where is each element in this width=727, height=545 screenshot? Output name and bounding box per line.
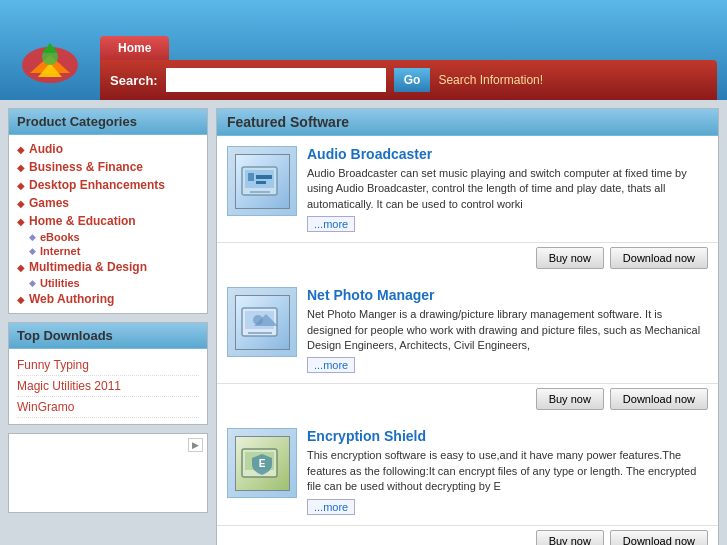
net-photo-manager-thumb xyxy=(227,287,297,357)
cat-ebooks-link[interactable]: eBooks xyxy=(40,231,80,243)
cat-multimedia-link[interactable]: Multimedia & Design xyxy=(29,260,147,274)
header: Home Search: Go Search Information! xyxy=(0,0,727,100)
net-photo-manager-more[interactable]: ...more xyxy=(307,357,355,373)
thumb-box xyxy=(235,154,290,209)
cat-business: ◆ Business & Finance xyxy=(9,158,207,176)
encryption-shield-thumb: E xyxy=(227,428,297,498)
header-right: Home Search: Go Search Information! xyxy=(100,36,717,100)
top-dl-wingramo[interactable]: WinGramo xyxy=(17,397,199,418)
cat-internet: ◆ Internet xyxy=(9,244,207,258)
sub-bullet-icon: ◆ xyxy=(29,232,36,242)
categories-title: Product Categories xyxy=(9,109,207,135)
top-dl-funny-typing[interactable]: Funny Typing xyxy=(17,355,199,376)
bullet-icon: ◆ xyxy=(17,162,25,173)
search-input[interactable] xyxy=(166,68,386,92)
top-downloads-section: Top Downloads Funny Typing Magic Utiliti… xyxy=(8,322,208,425)
thumb-box xyxy=(235,295,290,350)
encryption-shield-info: Encryption Shield This encryption softwa… xyxy=(307,428,708,514)
search-info-link[interactable]: Search Information! xyxy=(438,73,543,87)
cat-multimedia: ◆ Multimedia & Design xyxy=(9,258,207,276)
featured-item-2: E Encryption Shield This encryption soft… xyxy=(217,418,718,545)
bullet-icon: ◆ xyxy=(17,294,25,305)
search-bar: Search: Go Search Information! xyxy=(100,60,717,100)
sidebar-ad: ▶ xyxy=(8,433,208,513)
software-item-netphoto: Net Photo Manager Net Photo Manger is a … xyxy=(217,277,718,384)
sidebar: Product Categories ◆ Audio ◆ Business & … xyxy=(8,108,208,545)
encryption-actions: Buy now Download now xyxy=(217,526,718,545)
svg-rect-9 xyxy=(256,181,266,184)
cat-web-authoring: ◆ Web Authoring xyxy=(9,290,207,308)
svg-rect-7 xyxy=(248,173,254,181)
audio-buy-button[interactable]: Buy now xyxy=(536,247,604,269)
net-photo-actions: Buy now Download now xyxy=(217,384,718,418)
software-item-audio: Audio Broadcaster Audio Broadcaster can … xyxy=(217,136,718,243)
bullet-icon: ◆ xyxy=(17,216,25,227)
encryption-download-button[interactable]: Download now xyxy=(610,530,708,545)
svg-rect-10 xyxy=(250,191,270,193)
cat-audio-link[interactable]: Audio xyxy=(29,142,63,156)
audio-download-button[interactable]: Download now xyxy=(610,247,708,269)
encryption-shield-desc: This encryption software is easy to use,… xyxy=(307,448,708,494)
top-dl-magic-utilities[interactable]: Magic Utilities 2011 xyxy=(17,376,199,397)
audio-broadcaster-desc: Audio Broadcaster can set music playing … xyxy=(307,166,708,212)
featured-item-1: Net Photo Manager Net Photo Manger is a … xyxy=(217,277,718,418)
cat-utilities: ◆ Utilities xyxy=(9,276,207,290)
svg-rect-15 xyxy=(248,332,272,334)
search-button[interactable]: Go xyxy=(394,68,431,92)
featured-title: Featured Software xyxy=(217,109,718,136)
netphoto-download-button[interactable]: Download now xyxy=(610,388,708,410)
home-tab[interactable]: Home xyxy=(100,36,169,60)
categories-section: Product Categories ◆ Audio ◆ Business & … xyxy=(8,108,208,314)
cat-business-link[interactable]: Business & Finance xyxy=(29,160,143,174)
thumb-box: E xyxy=(235,436,290,491)
categories-list: ◆ Audio ◆ Business & Finance ◆ Desktop E… xyxy=(9,135,207,313)
svg-text:E: E xyxy=(258,458,265,469)
nav-tabs: Home xyxy=(100,36,717,60)
audio-broadcaster-name[interactable]: Audio Broadcaster xyxy=(307,146,708,162)
audio-broadcaster-more[interactable]: ...more xyxy=(307,216,355,232)
cat-home-edu: ◆ Home & Education xyxy=(9,212,207,230)
cat-web-authoring-link[interactable]: Web Authoring xyxy=(29,292,114,306)
svg-rect-8 xyxy=(256,175,272,179)
search-label: Search: xyxy=(110,73,158,88)
cat-audio: ◆ Audio xyxy=(9,140,207,158)
cat-games-link[interactable]: Games xyxy=(29,196,69,210)
sub-bullet-icon: ◆ xyxy=(29,278,36,288)
net-photo-manager-info: Net Photo Manager Net Photo Manger is a … xyxy=(307,287,708,373)
encryption-shield-more[interactable]: ...more xyxy=(307,499,355,515)
net-photo-manager-name[interactable]: Net Photo Manager xyxy=(307,287,708,303)
cat-games: ◆ Games xyxy=(9,194,207,212)
top-downloads-list: Funny Typing Magic Utilities 2011 WinGra… xyxy=(9,349,207,424)
bullet-icon: ◆ xyxy=(17,198,25,209)
net-photo-manager-desc: Net Photo Manger is a drawing/picture li… xyxy=(307,307,708,353)
encryption-shield-name[interactable]: Encryption Shield xyxy=(307,428,708,444)
cat-internet-link[interactable]: Internet xyxy=(40,245,80,257)
main-layout: Product Categories ◆ Audio ◆ Business & … xyxy=(0,100,727,545)
top-downloads-title: Top Downloads xyxy=(9,323,207,349)
audio-broadcaster-actions: Buy now Download now xyxy=(217,243,718,277)
sub-bullet-icon: ◆ xyxy=(29,246,36,256)
bullet-icon: ◆ xyxy=(17,262,25,273)
featured-item-0: Audio Broadcaster Audio Broadcaster can … xyxy=(217,136,718,277)
content: Featured Software xyxy=(216,108,719,545)
bullet-icon: ◆ xyxy=(17,180,25,191)
logo xyxy=(10,30,90,100)
cat-desktop: ◆ Desktop Enhancements xyxy=(9,176,207,194)
ad-badge: ▶ xyxy=(188,438,203,452)
cat-ebooks: ◆ eBooks xyxy=(9,230,207,244)
cat-home-edu-link[interactable]: Home & Education xyxy=(29,214,136,228)
cat-utilities-link[interactable]: Utilities xyxy=(40,277,80,289)
audio-broadcaster-info: Audio Broadcaster Audio Broadcaster can … xyxy=(307,146,708,232)
bullet-icon: ◆ xyxy=(17,144,25,155)
audio-broadcaster-thumb xyxy=(227,146,297,216)
software-item-encryption: E Encryption Shield This encryption soft… xyxy=(217,418,718,525)
netphoto-buy-button[interactable]: Buy now xyxy=(536,388,604,410)
encryption-buy-button[interactable]: Buy now xyxy=(536,530,604,545)
cat-desktop-link[interactable]: Desktop Enhancements xyxy=(29,178,165,192)
featured-section: Featured Software xyxy=(216,108,719,545)
